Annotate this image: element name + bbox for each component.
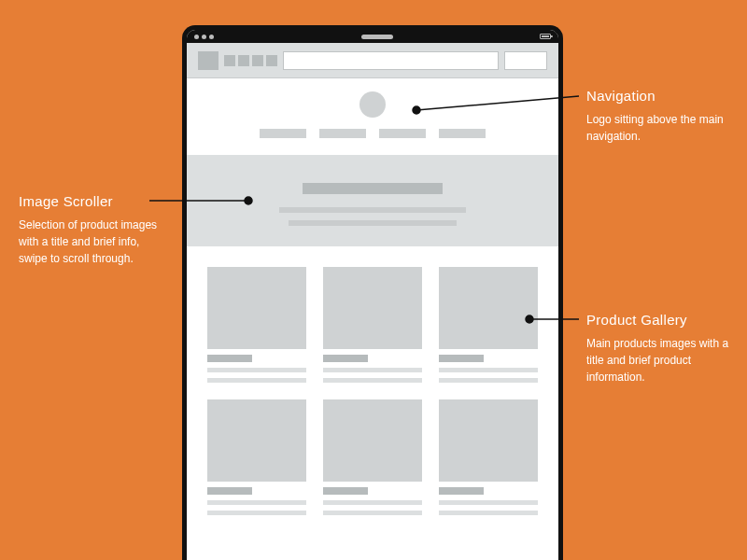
browser-toolbar (187, 43, 558, 78)
product-image-placeholder (207, 399, 306, 482)
product-text-placeholder (439, 511, 538, 515)
product-gallery (187, 246, 558, 515)
signal-dot-icon (209, 35, 214, 39)
battery-icon (540, 34, 551, 39)
annotation-gallery: Product Gallery Main products images wit… (586, 310, 736, 385)
product-text-placeholder (323, 368, 422, 372)
annotation-title: Product Gallery (586, 310, 736, 331)
scroller-title-placeholder (303, 183, 443, 194)
product-card[interactable] (323, 267, 422, 383)
product-card[interactable] (439, 267, 538, 383)
main-nav (187, 129, 558, 138)
product-image-placeholder (439, 399, 538, 482)
product-image-placeholder (323, 267, 422, 349)
annotation-body: Main products images with a title and br… (586, 335, 736, 385)
logo-placeholder[interactable] (359, 91, 386, 118)
product-text-placeholder (323, 500, 422, 505)
product-text-placeholder (323, 511, 422, 515)
navigation-section (187, 78, 558, 155)
toolbar-button-placeholder[interactable] (252, 55, 263, 66)
signal-dot-icon (202, 35, 206, 39)
product-card[interactable] (323, 399, 422, 515)
toolbar-button-placeholder[interactable] (266, 55, 277, 66)
annotation-body: Selection of product images with a title… (19, 217, 168, 267)
annotation-scroller: Image Scroller Selection of product imag… (19, 191, 168, 267)
product-text-placeholder (207, 500, 306, 505)
toolbar-button-placeholder[interactable] (224, 55, 235, 66)
product-card[interactable] (439, 399, 538, 515)
device-frame (182, 25, 563, 560)
toolbar-action-button[interactable] (504, 51, 547, 70)
product-card[interactable] (207, 267, 306, 383)
nav-link-placeholder[interactable] (439, 129, 486, 138)
product-image-placeholder (439, 267, 538, 349)
status-speaker-icon (361, 35, 393, 39)
image-scroller[interactable] (187, 155, 558, 246)
product-title-placeholder (207, 487, 252, 495)
product-card[interactable] (207, 399, 306, 515)
address-bar[interactable] (283, 51, 499, 70)
product-text-placeholder (207, 511, 306, 515)
product-text-placeholder (207, 368, 306, 372)
product-title-placeholder (439, 487, 484, 495)
product-image-placeholder (323, 399, 422, 482)
toolbar-button-group (224, 55, 277, 66)
annotation-navigation: Navigation Logo sitting above the main n… (586, 86, 736, 145)
signal-dot-icon (194, 35, 199, 39)
product-title-placeholder (323, 355, 368, 362)
product-title-placeholder (207, 355, 252, 362)
scroller-text-placeholder (289, 220, 457, 226)
annotation-body: Logo sitting above the main navigation. (586, 111, 736, 145)
status-signal (194, 35, 214, 39)
toolbar-button-placeholder[interactable] (238, 55, 249, 66)
nav-link-placeholder[interactable] (319, 129, 366, 138)
nav-link-placeholder[interactable] (379, 129, 426, 138)
product-title-placeholder (439, 355, 484, 362)
product-title-placeholder (323, 487, 368, 495)
product-text-placeholder (439, 368, 538, 372)
scroller-text-placeholder (279, 207, 466, 213)
product-text-placeholder (207, 378, 306, 383)
product-text-placeholder (323, 378, 422, 383)
product-image-placeholder (207, 267, 306, 349)
product-text-placeholder (439, 500, 538, 505)
product-text-placeholder (439, 378, 538, 383)
status-bar (187, 30, 558, 43)
toolbar-button-placeholder[interactable] (198, 51, 218, 70)
annotation-title: Navigation (586, 86, 736, 107)
annotation-title: Image Scroller (19, 191, 168, 213)
nav-link-placeholder[interactable] (260, 129, 306, 138)
